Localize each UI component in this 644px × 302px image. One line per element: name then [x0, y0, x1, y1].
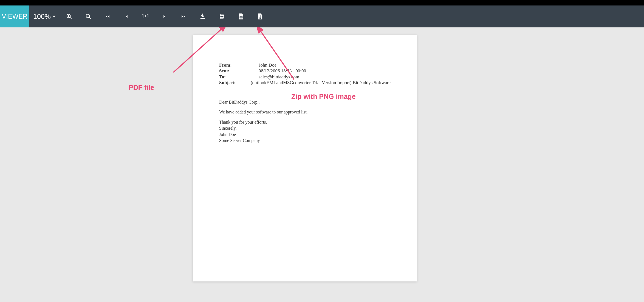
svg-rect-9 — [221, 14, 223, 16]
prev-page-button[interactable] — [117, 5, 136, 27]
viewer-canvas: From: John Doe Sent: 08/12/2006 18:23 +0… — [0, 27, 644, 302]
chevron-right-icon — [162, 14, 166, 19]
annotation-pdf-label: PDF file — [129, 84, 154, 92]
next-page-button[interactable] — [155, 5, 174, 27]
zoom-out-icon — [85, 13, 91, 19]
svg-text:PDF: PDF — [240, 17, 242, 18]
svg-rect-13 — [260, 15, 261, 16]
export-zip-button[interactable] — [251, 5, 270, 27]
svg-rect-7 — [200, 18, 205, 19]
first-page-button[interactable] — [98, 5, 117, 27]
header-row-to: To: sales@bitdaddys.com — [219, 74, 391, 80]
zoom-level-dropdown[interactable]: 100% — [29, 5, 60, 27]
to-label: To: — [219, 74, 259, 80]
email-body: Dear BitDaddys Corp., We have added your… — [219, 99, 391, 144]
body-signoff3: Some Server Company — [219, 138, 391, 144]
body-thanks: Thank you for your efforts. — [219, 119, 391, 125]
annotation-zip-label: Zip with PNG image — [291, 93, 356, 101]
sent-value: 08/12/2006 18:23 +00:00 — [259, 68, 391, 74]
sent-label: Sent: — [219, 68, 259, 74]
to-value: sales@bitdaddys.com — [259, 74, 391, 80]
header-row-subject: Subject: (outlookEMLandMSGconverter Tria… — [219, 80, 391, 86]
export-pdf-button[interactable]: PDF — [231, 5, 251, 27]
body-signoff2: John Doe — [219, 132, 391, 138]
svg-rect-10 — [221, 17, 223, 19]
body-line1: We have added your software to our appro… — [219, 109, 391, 115]
print-icon — [219, 13, 225, 19]
print-button[interactable] — [212, 5, 231, 27]
document-page: From: John Doe Sent: 08/12/2006 18:23 +0… — [193, 35, 417, 281]
svg-line-5 — [89, 17, 91, 19]
svg-rect-15 — [259, 18, 261, 19]
zoom-in-button[interactable] — [60, 5, 79, 27]
chevron-left-icon — [125, 14, 129, 19]
caret-down-icon — [52, 16, 56, 17]
double-chevron-left-icon — [105, 14, 110, 19]
subject-value: (outlookEMLandMSGconverter Trial Version… — [251, 80, 391, 86]
file-archive-icon — [258, 13, 263, 19]
from-label: From: — [219, 62, 259, 68]
body-signoff1: Sincerely, — [219, 125, 391, 131]
header-row-sent: Sent: 08/12/2006 18:23 +00:00 — [219, 68, 391, 74]
header-row-from: From: John Doe — [219, 62, 391, 68]
toolbar: VIEWER 100% 1/1 — [0, 5, 644, 27]
zoom-level-text: 100% — [33, 13, 51, 21]
download-button[interactable] — [193, 5, 212, 27]
svg-line-1 — [70, 17, 72, 19]
download-icon — [200, 13, 206, 19]
zoom-out-button[interactable] — [79, 5, 98, 27]
svg-rect-14 — [260, 16, 261, 17]
subject-label: Subject: — [219, 80, 251, 86]
last-page-button[interactable] — [174, 5, 193, 27]
zoom-in-icon — [66, 13, 72, 19]
viewer-tab[interactable]: VIEWER — [0, 5, 29, 27]
file-pdf-icon: PDF — [239, 13, 244, 19]
page-indicator: 1/1 — [136, 13, 155, 20]
window-black-bar — [0, 0, 644, 5]
double-chevron-right-icon — [181, 14, 186, 19]
from-value: John Doe — [259, 62, 391, 68]
